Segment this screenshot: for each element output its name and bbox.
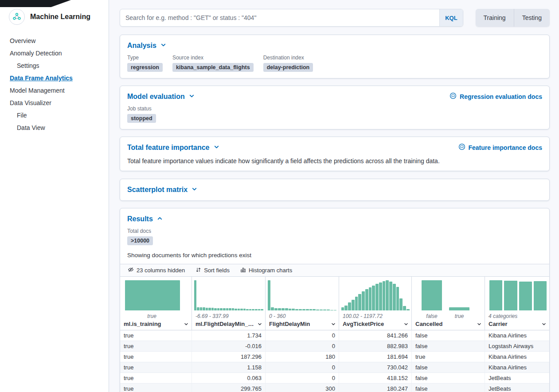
column-actions-chevron-icon[interactable]: [257, 321, 262, 327]
sidebar-item-data-visualizer[interactable]: Data Visualizer: [10, 97, 109, 109]
histogram-bar: [200, 307, 203, 310]
cell-carrier[interactable]: Kibana Airlines: [485, 330, 549, 341]
sidebar-item-settings[interactable]: Settings: [10, 59, 109, 72]
sort-fields-label: Sort fields: [204, 267, 230, 274]
chevron-down-icon: [191, 185, 198, 194]
cell-ml-flightdelaymin-pred[interactable]: 0.063: [192, 373, 266, 383]
cell-avgticketprice[interactable]: 841.266: [339, 330, 412, 341]
column-actions-chevron-icon[interactable]: [184, 321, 189, 327]
cell-ml-flightdelaymin-pred[interactable]: 187.296: [192, 352, 266, 362]
search-input[interactable]: [120, 9, 439, 26]
feature-importance-panel-toggle[interactable]: Total feature importance: [127, 143, 220, 152]
kql-toggle[interactable]: KQL: [439, 9, 462, 26]
cell-cancelled[interactable]: false: [412, 362, 485, 372]
cell-ml-is-training[interactable]: true: [120, 384, 192, 392]
sidebar-item-overview[interactable]: Overview: [10, 35, 109, 47]
cell-ml-is-training[interactable]: true: [120, 352, 192, 362]
column-header-ml-is-training[interactable]: trueml.is_training: [120, 277, 192, 330]
column-header-carrier[interactable]: 4 categoriesCarrier: [485, 277, 549, 330]
cell-cancelled[interactable]: false: [412, 341, 485, 351]
cell-cancelled[interactable]: false: [412, 330, 485, 341]
scatterplot-matrix-panel-toggle[interactable]: Scatterplot matrix: [127, 185, 198, 194]
histogram-charts-button[interactable]: Histogram charts: [236, 264, 296, 276]
column-header-cancelled[interactable]: falsetrueCancelled: [412, 277, 485, 330]
cell-carrier[interactable]: JetBeats: [485, 373, 549, 383]
cell-ml-flightdelaymin-pred[interactable]: 1.158: [192, 362, 266, 372]
cell-flightdelaymin[interactable]: 0: [266, 362, 339, 372]
histogram-bar: [309, 309, 313, 310]
analysis-fields: Type regression Source index kibana_samp…: [127, 55, 542, 72]
cell-ml-is-training[interactable]: true: [120, 362, 192, 372]
cell-ml-is-training[interactable]: true: [120, 341, 192, 351]
feature-importance-docs-link[interactable]: Feature importance docs: [458, 143, 543, 152]
cell-avgticketprice[interactable]: 180.247: [339, 384, 412, 392]
column-actions-chevron-icon[interactable]: [541, 321, 547, 327]
column-actions-chevron-icon[interactable]: [477, 321, 482, 327]
feature-importance-description: Total feature importance values indicate…: [127, 157, 542, 165]
cell-carrier[interactable]: Kibana Airlines: [485, 362, 549, 372]
sidebar-item-file[interactable]: File: [10, 109, 109, 122]
histogram-bar: [223, 308, 226, 310]
cell-ml-flightdelaymin-pred[interactable]: 299.765: [192, 384, 266, 392]
type-badge: regression: [127, 63, 163, 72]
column-header-avgticketprice[interactable]: 100.02 - 1197.72AvgTicketPrice: [339, 277, 412, 330]
cell-carrier[interactable]: Logstash Airways: [485, 341, 549, 351]
sidebar-item-data-view[interactable]: Data View: [10, 122, 109, 134]
histogram-bar: [403, 306, 406, 310]
column-actions-chevron-icon[interactable]: [403, 321, 409, 327]
columns-hidden-button[interactable]: 23 columns hidden: [124, 264, 189, 276]
histogram-bar: [323, 310, 326, 310]
field-type: Type regression: [127, 55, 163, 72]
histogram-chart: [194, 280, 263, 310]
sort-fields-button[interactable]: Sort fields: [192, 264, 234, 276]
histogram-bar: [352, 300, 355, 310]
cell-avgticketprice[interactable]: 418.152: [339, 373, 412, 383]
table-row: true0.0630418.152falseJetBeats: [120, 373, 549, 384]
histogram-bar: [306, 309, 309, 310]
histogram-bar: [504, 281, 517, 310]
results-panel-toggle[interactable]: Results: [127, 214, 163, 223]
analysis-panel-toggle[interactable]: Analysis: [127, 41, 167, 50]
cell-flightdelaymin[interactable]: 180: [266, 352, 339, 362]
cell-cancelled[interactable]: true: [412, 352, 485, 362]
panel-title-text: Total feature importance: [127, 144, 210, 152]
cell-carrier[interactable]: Kibana Airlines: [485, 352, 549, 362]
cell-cancelled[interactable]: false: [412, 384, 485, 392]
grid-body: true1.7340841.266falseKibana Airlinestru…: [120, 330, 549, 392]
column-header-ml-flightdelaymin-pred[interactable]: -6.69 - 337.99ml.FlightDelayMin_pred: [192, 277, 266, 330]
histogram-bar: [217, 308, 220, 310]
sidebar-item-model-management[interactable]: Model Management: [10, 84, 109, 97]
histogram-bar: [341, 307, 344, 310]
cell-flightdelaymin[interactable]: 0: [266, 330, 339, 341]
cell-avgticketprice[interactable]: 181.694: [339, 352, 412, 362]
column-name: FlightDelayMin: [269, 321, 310, 327]
cell-ml-is-training[interactable]: true: [120, 330, 192, 341]
cell-ml-is-training[interactable]: true: [120, 373, 192, 383]
cell-avgticketprice[interactable]: 882.983: [339, 341, 412, 351]
column-header-flightdelaymin[interactable]: 0 - 360FlightDelayMin: [266, 277, 339, 330]
regression-evaluation-docs-link[interactable]: Regression evaluation docs: [450, 92, 542, 101]
testing-button[interactable]: Testing: [514, 9, 550, 27]
table-row: true1.1580730.042falseKibana Airlines: [120, 362, 549, 373]
sidebar-item-anomaly-detection[interactable]: Anomaly Detection: [10, 47, 109, 59]
histogram-bar: [194, 280, 197, 310]
cell-carrier[interactable]: JetBeats: [485, 384, 549, 392]
cell-flightdelaymin[interactable]: 300: [266, 384, 339, 392]
cell-ml-flightdelaymin-pred[interactable]: 1.734: [192, 330, 266, 341]
training-button[interactable]: Training: [476, 9, 514, 27]
histogram-bar: [243, 309, 246, 310]
cell-flightdelaymin[interactable]: 0: [266, 373, 339, 383]
sidebar-item-data-frame-analytics[interactable]: Data Frame Analytics: [10, 72, 109, 84]
cell-avgticketprice[interactable]: 730.042: [339, 362, 412, 372]
column-actions-chevron-icon[interactable]: [331, 321, 336, 327]
docs-icon: [458, 143, 465, 152]
cell-flightdelaymin[interactable]: 0: [266, 341, 339, 351]
source-index-badge: kibana_sample_data_flights: [172, 63, 254, 72]
cell-ml-flightdelaymin-pred[interactable]: -0.016: [192, 341, 266, 351]
model-evaluation-panel-toggle[interactable]: Model evaluation: [127, 92, 195, 101]
histogram-bar: [240, 309, 243, 310]
histogram-bar: [208, 308, 211, 310]
cell-cancelled[interactable]: false: [412, 373, 485, 383]
histogram-bar: [348, 302, 351, 310]
histogram-chart: [341, 280, 410, 310]
